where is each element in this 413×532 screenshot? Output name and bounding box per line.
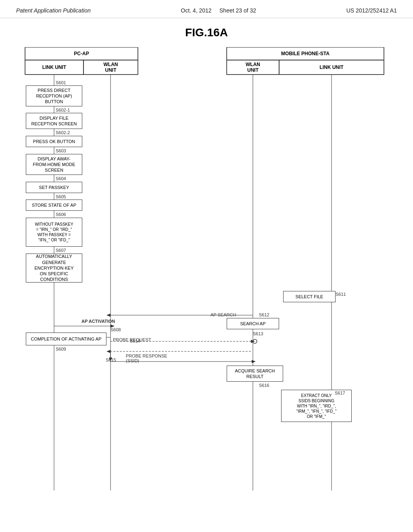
main-content: FIG.16A (0, 18, 413, 507)
probe-response-label: PROBE RESPONSE (SSID) (126, 349, 167, 363)
auto-generate-box: AUTOMATICALLY GENERATE ENCRYPTION KEY ON… (26, 254, 82, 283)
pcap-header: PC-AP (25, 47, 138, 60)
step-s612: S612 (259, 312, 269, 317)
header-sheet: Sheet 23 of 32 (219, 7, 256, 14)
step-s606: S606 (56, 212, 66, 217)
svg-marker-24 (252, 360, 256, 363)
header-date: Oct. 4, 2012 (181, 7, 211, 14)
svg-marker-19 (106, 314, 111, 317)
link-unit-left-header: LINK UNIT (25, 60, 83, 75)
step-s605: S605 (56, 194, 66, 199)
step-s609: S609 (56, 347, 66, 351)
wlan-unit-right-header: WLAN UNIT (227, 60, 279, 75)
step-s617: S617 (335, 391, 345, 395)
header-center: Oct. 4, 2012 Sheet 23 of 32 (181, 7, 256, 14)
svg-point-20 (253, 339, 257, 343)
svg-marker-11 (251, 340, 255, 343)
press-ok-box: PRESS OK BUTTON (26, 136, 82, 147)
step-s604: S604 (56, 176, 66, 181)
page-header: Patent Application Publication Oct. 4, 2… (0, 0, 413, 18)
diagram-area: PC-AP MOBILE PHONE-STA LINK UNIT WLAN UN… (17, 47, 396, 499)
step-s607: S607 (56, 248, 66, 253)
svg-marker-13 (106, 350, 111, 353)
mobile-header: MOBILE PHONE-STA (227, 47, 384, 60)
step-s603: S603 (56, 148, 66, 153)
step-s602-1: S602-1 (56, 108, 70, 112)
step-s602-2: S602-2 (56, 130, 70, 135)
step-s616: S616 (259, 383, 269, 388)
set-passkey-box: SET PASSKEY (26, 182, 82, 193)
acquire-search-box: ACQUIRE SEARCH RESULT (227, 366, 283, 382)
completion-box: COMPLETION OF ACTIVATING AP (26, 332, 106, 345)
step-s601: S601 (56, 80, 66, 85)
ap-activation-label: AP ACTIVATION (81, 319, 115, 324)
select-file-box: SELECT FILE (283, 291, 336, 302)
step-s611: S611 (336, 292, 346, 297)
step-s608: S608 (111, 327, 121, 332)
ap-search-label: AP SEARCH (211, 312, 236, 317)
header-patent: US 2012/252412 A1 (346, 7, 397, 14)
display-file-box: DISPLAY FILE RECEPTION SCREEN (26, 113, 82, 129)
store-state-box: STORE STATE OF AP (26, 200, 82, 211)
display-away-box: DISPLAY AWAY- FROM-HOME MODE SCREEN (26, 154, 82, 175)
step-s615: S615 (106, 357, 116, 362)
step-s614: S614 (130, 339, 140, 343)
link-unit-right-header: LINK UNIT (279, 60, 384, 75)
figure-title: FIG.16A (16, 26, 397, 39)
search-ap-box: SEARCH AP (227, 318, 279, 329)
header-left: Patent Application Publication (16, 7, 91, 14)
without-passkey-box: WITHOUT PASSKEY = "IRN_" OR "IRD_" WITH … (26, 218, 82, 247)
step-s613: S613 (253, 331, 263, 336)
wlan-unit-left-header: WLAN UNIT (83, 60, 138, 75)
press-direct-box: PRESS DIRECT RECEPTION (AP) BUTTON (26, 85, 82, 106)
